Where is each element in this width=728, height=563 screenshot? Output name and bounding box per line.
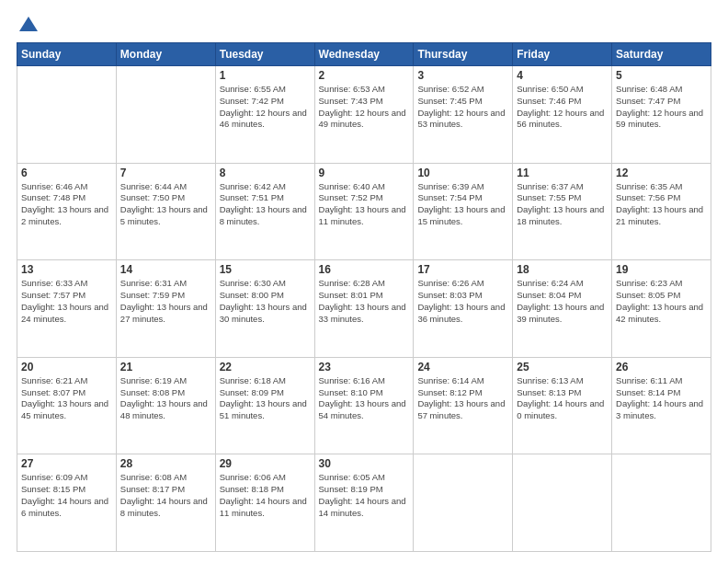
day-info: Sunrise: 6:19 AM Sunset: 8:08 PM Dayligh… (120, 375, 211, 422)
day-number: 19 (616, 263, 707, 276)
calendar-cell: 17Sunrise: 6:26 AM Sunset: 8:03 PM Dayli… (414, 260, 513, 358)
day-number: 6 (21, 167, 112, 179)
day-number: 7 (120, 167, 211, 179)
day-number: 5 (616, 69, 707, 82)
day-number: 21 (120, 361, 211, 373)
calendar-cell: 4Sunrise: 6:50 AM Sunset: 7:46 PM Daylig… (513, 66, 612, 164)
day-info: Sunrise: 6:31 AM Sunset: 7:59 PM Dayligh… (120, 278, 211, 325)
logo (17, 17, 38, 33)
calendar-cell: 5Sunrise: 6:48 AM Sunset: 7:47 PM Daylig… (612, 66, 711, 164)
day-of-week-header: Saturday (612, 43, 711, 66)
day-number: 16 (319, 263, 410, 276)
calendar-week-row: 6Sunrise: 6:46 AM Sunset: 7:48 PM Daylig… (17, 163, 711, 260)
day-info: Sunrise: 6:11 AM Sunset: 8:14 PM Dayligh… (616, 375, 707, 422)
day-info: Sunrise: 6:26 AM Sunset: 8:03 PM Dayligh… (417, 278, 508, 325)
calendar-cell: 19Sunrise: 6:23 AM Sunset: 8:05 PM Dayli… (612, 260, 711, 358)
day-info: Sunrise: 6:35 AM Sunset: 7:56 PM Dayligh… (616, 181, 707, 228)
day-info: Sunrise: 6:40 AM Sunset: 7:52 PM Dayligh… (319, 181, 410, 228)
day-number: 20 (21, 361, 112, 373)
day-number: 11 (517, 167, 608, 179)
day-info: Sunrise: 6:50 AM Sunset: 7:46 PM Dayligh… (517, 84, 608, 131)
day-number: 12 (616, 167, 707, 179)
day-info: Sunrise: 6:14 AM Sunset: 8:12 PM Dayligh… (417, 375, 508, 422)
day-number: 18 (517, 263, 608, 276)
day-info: Sunrise: 6:42 AM Sunset: 7:51 PM Dayligh… (220, 181, 311, 228)
calendar-week-row: 20Sunrise: 6:21 AM Sunset: 8:07 PM Dayli… (17, 357, 711, 454)
calendar-cell: 1Sunrise: 6:55 AM Sunset: 7:42 PM Daylig… (215, 66, 314, 164)
calendar-cell (513, 454, 612, 552)
day-info: Sunrise: 6:52 AM Sunset: 7:45 PM Dayligh… (417, 84, 508, 131)
logo-triangle-icon (19, 17, 38, 31)
calendar-cell: 22Sunrise: 6:18 AM Sunset: 8:09 PM Dayli… (215, 357, 314, 454)
day-number: 17 (417, 263, 508, 276)
day-number: 29 (220, 457, 311, 470)
calendar-cell: 2Sunrise: 6:53 AM Sunset: 7:43 PM Daylig… (314, 66, 414, 164)
day-number: 14 (120, 263, 211, 276)
calendar-cell: 15Sunrise: 6:30 AM Sunset: 8:00 PM Dayli… (215, 260, 314, 358)
calendar-week-row: 1Sunrise: 6:55 AM Sunset: 7:42 PM Daylig… (17, 66, 711, 164)
day-info: Sunrise: 6:39 AM Sunset: 7:54 PM Dayligh… (417, 181, 508, 228)
calendar-cell: 25Sunrise: 6:13 AM Sunset: 8:13 PM Dayli… (513, 357, 612, 454)
day-info: Sunrise: 6:23 AM Sunset: 8:05 PM Dayligh… (616, 278, 707, 325)
calendar-cell: 8Sunrise: 6:42 AM Sunset: 7:51 PM Daylig… (215, 163, 314, 260)
day-number: 26 (616, 361, 707, 373)
day-number: 1 (220, 69, 311, 82)
calendar-header-row: SundayMondayTuesdayWednesdayThursdayFrid… (17, 43, 711, 66)
header (17, 17, 711, 33)
day-number: 15 (220, 263, 311, 276)
day-info: Sunrise: 6:18 AM Sunset: 8:09 PM Dayligh… (220, 375, 311, 422)
calendar-cell: 3Sunrise: 6:52 AM Sunset: 7:45 PM Daylig… (414, 66, 513, 164)
day-number: 30 (319, 457, 410, 470)
page: SundayMondayTuesdayWednesdayThursdayFrid… (0, 0, 728, 563)
day-number: 28 (120, 457, 211, 470)
calendar-cell (414, 454, 513, 552)
calendar-cell (17, 66, 117, 164)
calendar-cell: 24Sunrise: 6:14 AM Sunset: 8:12 PM Dayli… (414, 357, 513, 454)
calendar-cell: 6Sunrise: 6:46 AM Sunset: 7:48 PM Daylig… (17, 163, 117, 260)
calendar-week-row: 27Sunrise: 6:09 AM Sunset: 8:15 PM Dayli… (17, 454, 711, 552)
calendar-cell: 27Sunrise: 6:09 AM Sunset: 8:15 PM Dayli… (17, 454, 117, 552)
day-info: Sunrise: 6:16 AM Sunset: 8:10 PM Dayligh… (319, 375, 410, 422)
calendar-week-row: 13Sunrise: 6:33 AM Sunset: 7:57 PM Dayli… (17, 260, 711, 358)
day-info: Sunrise: 6:13 AM Sunset: 8:13 PM Dayligh… (517, 375, 608, 422)
calendar-cell: 28Sunrise: 6:08 AM Sunset: 8:17 PM Dayli… (116, 454, 215, 552)
day-number: 27 (21, 457, 112, 470)
day-number: 8 (220, 167, 311, 179)
day-info: Sunrise: 6:53 AM Sunset: 7:43 PM Dayligh… (319, 84, 410, 131)
day-info: Sunrise: 6:05 AM Sunset: 8:19 PM Dayligh… (319, 472, 410, 519)
calendar-cell: 26Sunrise: 6:11 AM Sunset: 8:14 PM Dayli… (612, 357, 711, 454)
day-info: Sunrise: 6:24 AM Sunset: 8:04 PM Dayligh… (517, 278, 608, 325)
day-of-week-header: Thursday (414, 43, 513, 66)
day-number: 13 (21, 263, 112, 276)
day-number: 9 (319, 167, 410, 179)
calendar-cell: 21Sunrise: 6:19 AM Sunset: 8:08 PM Dayli… (116, 357, 215, 454)
calendar-cell: 10Sunrise: 6:39 AM Sunset: 7:54 PM Dayli… (414, 163, 513, 260)
calendar-cell: 23Sunrise: 6:16 AM Sunset: 8:10 PM Dayli… (314, 357, 414, 454)
day-info: Sunrise: 6:09 AM Sunset: 8:15 PM Dayligh… (21, 472, 112, 519)
day-info: Sunrise: 6:21 AM Sunset: 8:07 PM Dayligh… (21, 375, 112, 422)
day-number: 10 (417, 167, 508, 179)
calendar-cell: 9Sunrise: 6:40 AM Sunset: 7:52 PM Daylig… (314, 163, 414, 260)
day-of-week-header: Wednesday (314, 43, 414, 66)
day-number: 24 (417, 361, 508, 373)
day-info: Sunrise: 6:55 AM Sunset: 7:42 PM Dayligh… (220, 84, 311, 131)
day-info: Sunrise: 6:37 AM Sunset: 7:55 PM Dayligh… (517, 181, 608, 228)
calendar-cell: 18Sunrise: 6:24 AM Sunset: 8:04 PM Dayli… (513, 260, 612, 358)
day-number: 22 (220, 361, 311, 373)
calendar-cell: 12Sunrise: 6:35 AM Sunset: 7:56 PM Dayli… (612, 163, 711, 260)
day-of-week-header: Sunday (17, 43, 117, 66)
calendar-cell: 16Sunrise: 6:28 AM Sunset: 8:01 PM Dayli… (314, 260, 414, 358)
day-number: 2 (319, 69, 410, 82)
day-info: Sunrise: 6:44 AM Sunset: 7:50 PM Dayligh… (120, 181, 211, 228)
calendar-cell: 7Sunrise: 6:44 AM Sunset: 7:50 PM Daylig… (116, 163, 215, 260)
calendar-cell: 29Sunrise: 6:06 AM Sunset: 8:18 PM Dayli… (215, 454, 314, 552)
calendar-cell (612, 454, 711, 552)
calendar-cell: 30Sunrise: 6:05 AM Sunset: 8:19 PM Dayli… (314, 454, 414, 552)
day-info: Sunrise: 6:48 AM Sunset: 7:47 PM Dayligh… (616, 84, 707, 131)
day-number: 3 (417, 69, 508, 82)
day-info: Sunrise: 6:30 AM Sunset: 8:00 PM Dayligh… (220, 278, 311, 325)
calendar-cell (116, 66, 215, 164)
day-info: Sunrise: 6:33 AM Sunset: 7:57 PM Dayligh… (21, 278, 112, 325)
day-info: Sunrise: 6:06 AM Sunset: 8:18 PM Dayligh… (220, 472, 311, 519)
day-number: 25 (517, 361, 608, 373)
